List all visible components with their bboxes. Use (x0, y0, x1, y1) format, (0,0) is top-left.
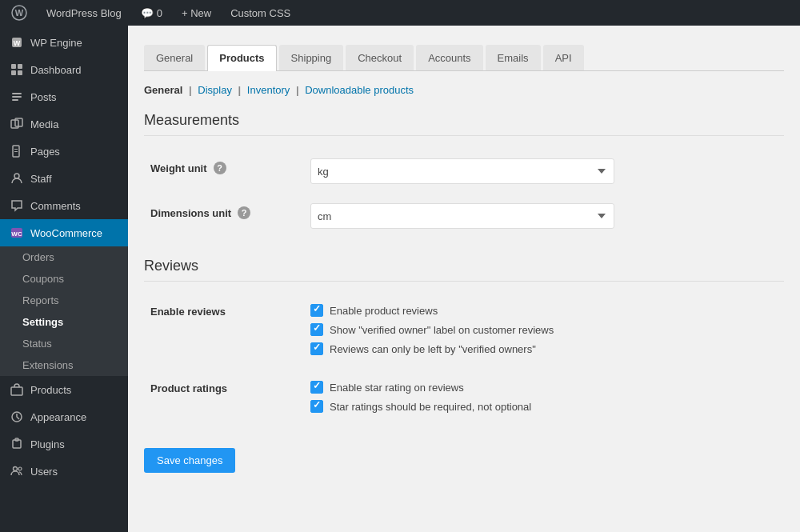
checkbox-star-rating: Enable star rating on reviews (310, 381, 778, 394)
pages-icon (10, 144, 24, 158)
svg-rect-7 (18, 70, 22, 75)
save-changes-button[interactable]: Save changes (144, 448, 235, 473)
reviews-table: Enable reviews Enable product reviews Sh… (144, 294, 784, 429)
products-sidebar-label: Products (30, 384, 71, 396)
sidebar-item-comments[interactable]: Comments (0, 192, 128, 219)
checkbox-verified-owner-label-input[interactable] (310, 323, 323, 336)
sidebar-item-pages[interactable]: Pages (0, 138, 128, 165)
svg-rect-14 (14, 149, 18, 150)
checkbox-enable-product-reviews: Enable product reviews (310, 304, 778, 317)
sidebar: W WP Engine Dashboard Posts Media (0, 26, 128, 532)
staff-icon (10, 171, 24, 186)
sidebar-item-status[interactable]: Status (0, 333, 128, 354)
tab-products[interactable]: Products (207, 45, 276, 71)
svg-rect-19 (11, 387, 22, 395)
sidebar-item-appearance[interactable]: Appearance (0, 403, 128, 430)
woocommerce-label: WooCommerce (30, 227, 102, 239)
checkbox-verified-owner-label: Show "verified owner" label on customer … (310, 323, 778, 336)
tab-general[interactable]: General (144, 45, 205, 70)
admin-bar-wp-logo[interactable]: W (6, 0, 32, 26)
custom-css-label: Custom CSS (230, 7, 290, 19)
tab-emails[interactable]: Emails (486, 45, 541, 70)
admin-bar: W WordPress Blog 💬 0 + New Custom CSS (0, 0, 800, 26)
dimensions-unit-help-icon[interactable]: ? (238, 206, 250, 219)
sidebar-item-products[interactable]: Products (0, 376, 128, 403)
breadcrumb-inventory[interactable]: Inventory (247, 84, 290, 96)
sidebar-item-orders[interactable]: Orders (0, 246, 128, 268)
sidebar-item-wp-engine[interactable]: W WP Engine (0, 29, 128, 56)
admin-bar-custom-css[interactable]: Custom CSS (226, 0, 295, 26)
weight-unit-help-icon[interactable]: ? (214, 162, 226, 174)
checkbox-enable-product-reviews-label: Enable product reviews (330, 305, 438, 317)
sidebar-item-plugins[interactable]: Plugins (0, 430, 128, 458)
svg-text:W: W (15, 8, 24, 18)
checkbox-verified-owners-only: Reviews can only be left by "verified ow… (310, 342, 778, 355)
enable-reviews-label: Enable reviews (150, 306, 226, 318)
sidebar-item-woocommerce[interactable]: WC WooCommerce (0, 219, 128, 246)
users-label: Users (30, 466, 58, 478)
dashboard-label: Dashboard (30, 64, 82, 76)
comments-label: Comments (30, 200, 81, 212)
wp-engine-label: WP Engine (30, 37, 82, 49)
breadcrumb: General | Display | Inventory | Download… (144, 84, 784, 96)
weight-unit-select[interactable]: kg g lbs oz (310, 158, 614, 184)
products-icon (10, 382, 24, 397)
sidebar-item-extensions[interactable]: Extensions (0, 354, 128, 376)
product-ratings-row: Product ratings Enable star rating on re… (144, 371, 784, 429)
wordpress-logo-icon: W (11, 5, 27, 21)
plugins-icon (10, 437, 24, 451)
svg-rect-15 (14, 151, 18, 152)
checkbox-verified-owners-only-input[interactable] (310, 342, 323, 355)
tabs-container: General Products Shipping Checkout Accou… (144, 38, 784, 71)
checkbox-star-rating-required-input[interactable] (310, 400, 323, 413)
content-inner: General Products Shipping Checkout Accou… (128, 26, 800, 486)
svg-rect-10 (12, 99, 18, 101)
checkbox-star-rating-required-label: Star ratings should be required, not opt… (330, 401, 531, 413)
admin-bar-comments[interactable]: 💬 0 (136, 0, 167, 26)
dimensions-unit-select[interactable]: cm m in yd (310, 203, 614, 229)
svg-text:W: W (14, 39, 21, 47)
woocommerce-icon: WC (10, 226, 24, 240)
media-label: Media (30, 118, 58, 130)
tab-accounts[interactable]: Accounts (416, 45, 482, 70)
reviews-title: Reviews (144, 258, 784, 282)
extensions-label: Extensions (22, 359, 74, 371)
sidebar-item-reports[interactable]: Reports (0, 290, 128, 311)
staff-label: Staff (30, 173, 52, 185)
content-area: General Products Shipping Checkout Accou… (128, 26, 800, 532)
comment-bubble-icon: 💬 (141, 7, 154, 19)
measurements-table: Weight unit ? kg g lbs oz (144, 149, 784, 238)
wp-engine-icon: W (10, 35, 24, 50)
svg-rect-5 (18, 64, 22, 69)
checkbox-verified-owners-only-label: Reviews can only be left by "verified ow… (330, 343, 536, 355)
sidebar-item-users[interactable]: Users (0, 458, 128, 485)
tab-api[interactable]: API (543, 45, 584, 70)
enable-reviews-row: Enable reviews Enable product reviews Sh… (144, 294, 784, 371)
svg-point-16 (14, 174, 19, 178)
weight-unit-row: Weight unit ? kg g lbs oz (144, 149, 784, 194)
orders-label: Orders (22, 251, 54, 263)
tab-checkout[interactable]: Checkout (346, 45, 414, 70)
posts-label: Posts (30, 91, 57, 103)
checkbox-enable-product-reviews-input[interactable] (310, 304, 323, 317)
weight-unit-label: Weight unit (150, 162, 207, 174)
checkbox-verified-owner-label-text: Show "verified owner" label on customer … (330, 324, 554, 336)
sidebar-item-dashboard[interactable]: Dashboard (0, 56, 128, 83)
users-icon (10, 464, 24, 478)
sidebar-item-media[interactable]: Media (0, 110, 128, 138)
breadcrumb-display[interactable]: Display (198, 84, 232, 96)
admin-bar-site-name[interactable]: WordPress Blog (42, 0, 126, 26)
svg-rect-6 (11, 70, 16, 75)
checkbox-star-rating-label: Enable star rating on reviews (330, 382, 464, 394)
site-name-label: WordPress Blog (46, 7, 122, 19)
checkbox-star-rating-input[interactable] (310, 381, 323, 394)
breadcrumb-downloadable[interactable]: Downloadable products (305, 84, 414, 96)
admin-bar-new[interactable]: + New (177, 0, 216, 26)
sidebar-item-settings[interactable]: Settings (0, 311, 128, 333)
sidebar-item-staff[interactable]: Staff (0, 165, 128, 192)
sidebar-item-coupons[interactable]: Coupons (0, 268, 128, 290)
tab-shipping[interactable]: Shipping (279, 45, 344, 70)
svg-text:WC: WC (11, 230, 22, 238)
sidebar-item-posts[interactable]: Posts (0, 83, 128, 110)
checkbox-star-rating-required: Star ratings should be required, not opt… (310, 400, 778, 413)
